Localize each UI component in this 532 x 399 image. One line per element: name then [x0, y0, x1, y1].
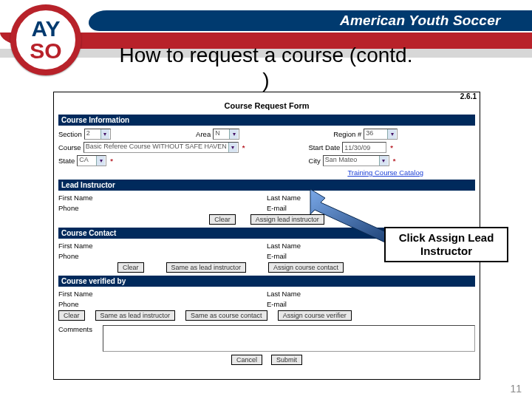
cv-first-name-label: First Name — [58, 290, 92, 298]
cancel-button[interactable]: Cancel — [231, 355, 262, 365]
comments-label: Comments — [58, 325, 103, 333]
city-select[interactable]: San Mateo — [323, 155, 389, 166]
section-label: Section — [58, 130, 82, 138]
assign-course-contact-button[interactable]: Assign course contact — [268, 262, 344, 273]
cv-same-as-contact-button[interactable]: Same as course contact — [185, 310, 267, 321]
required-icon: * — [392, 157, 398, 165]
cc-last-name-label: Last Name — [267, 242, 301, 250]
startdate-input[interactable] — [342, 142, 386, 153]
region-select[interactable]: 36 — [364, 129, 398, 140]
cv-last-name-label: Last Name — [267, 290, 301, 298]
li-last-name-label: Last Name — [267, 194, 301, 202]
cc-phone-label: Phone — [58, 252, 78, 260]
slide-title: How to request a course (contd. ) — [118, 43, 414, 92]
state-select[interactable]: CA — [77, 155, 106, 166]
li-email-label: E-mail — [267, 204, 287, 212]
region-label: Region # — [333, 130, 361, 138]
cc-email-label: E-mail — [267, 252, 287, 260]
cc-first-name-label: First Name — [58, 242, 92, 250]
cc-clear-button[interactable]: Clear — [117, 262, 144, 273]
section-course-verified: Course verified by — [58, 276, 475, 287]
city-label: City — [308, 157, 320, 165]
logo-text-top: AY — [30, 18, 61, 40]
section-course-information: Course Information — [58, 115, 475, 126]
li-phone-label: Phone — [58, 204, 78, 212]
area-label: Area — [196, 130, 211, 138]
form-title: Course Request Form — [58, 101, 475, 110]
submit-button[interactable]: Submit — [271, 355, 302, 365]
startdate-label: Start Date — [308, 143, 340, 151]
section-lead-instructor: Lead Instructor — [58, 180, 475, 191]
required-icon: * — [241, 143, 247, 151]
section-select[interactable]: 2 — [84, 129, 111, 140]
required-icon: * — [109, 157, 115, 165]
area-select[interactable]: N — [213, 129, 239, 140]
cv-phone-label: Phone — [58, 300, 78, 308]
course-label: Course — [58, 143, 81, 151]
callout-box: Click Assign Lead Instructor — [384, 227, 508, 262]
version-label: 2.6.1 — [460, 92, 477, 100]
li-clear-button[interactable]: Clear — [209, 214, 236, 225]
li-first-name-label: First Name — [58, 194, 92, 202]
cc-same-as-lead-button[interactable]: Same as lead instructor — [166, 262, 247, 273]
logo-text-bottom: SO — [30, 40, 61, 62]
cv-email-label: E-mail — [267, 300, 287, 308]
cv-same-as-lead-button[interactable]: Same as lead instructor — [95, 310, 176, 321]
callout-text: Click Assign Lead Instructor — [399, 231, 494, 257]
page-number: 11 — [510, 383, 522, 395]
ayso-logo: AY SO — [10, 4, 81, 75]
state-label: State — [58, 157, 75, 165]
comments-textarea[interactable] — [103, 325, 475, 352]
assign-course-verifier-button[interactable]: Assign course verifier — [278, 310, 352, 321]
cv-clear-button[interactable]: Clear — [58, 310, 85, 321]
org-title-bar: American Youth Soccer Organization — [89, 10, 532, 31]
required-icon: * — [389, 143, 395, 151]
course-select[interactable]: Basic Referee Course WITHOUT SAFE HAVEN — [83, 142, 239, 153]
training-catalog-link[interactable]: Training Course Catalog — [347, 168, 423, 177]
